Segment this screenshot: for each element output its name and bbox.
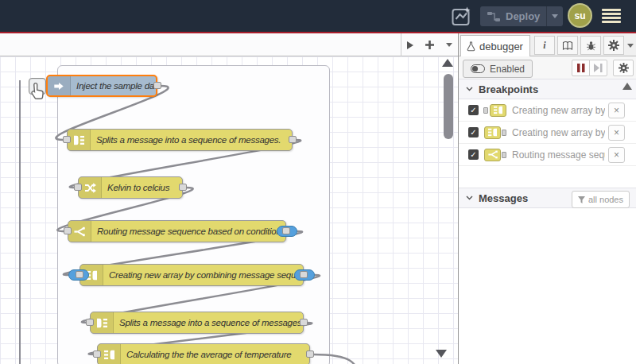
tab-help[interactable] [557,36,578,55]
switch-icon [68,221,91,242]
toggle-icon [471,64,485,73]
main-menu-icon[interactable] [601,9,622,23]
split-icon [68,130,91,150]
chevron-down-icon [466,196,473,200]
flow-node-join[interactable]: Creating new array by combining message … [80,264,304,286]
node-port-output[interactable] [179,184,187,191]
split-icon [91,312,114,333]
message-filter-button[interactable]: all nodes [572,191,630,208]
list-scroll-up-arrow[interactable] [622,83,632,90]
expand-tabs-icon[interactable] [407,41,413,49]
flow-node-inject[interactable]: Inject the sample data [46,75,157,97]
add-flow-button[interactable] [425,40,435,50]
flow-node-split[interactable]: Splits a message into a sequence of mess… [90,312,304,334]
workspace-toolbar [0,33,458,56]
breakpoint-row[interactable]: ✓Creating new array by combining message… [459,99,636,122]
switch-node-mini-icon [483,149,507,161]
deploy-nodes-icon [487,12,500,21]
node-label: Inject the sample data [71,76,156,95]
flow-node-switch[interactable]: Routing message sequence based on condit… [68,220,286,242]
node-port-input[interactable] [74,184,82,191]
deploy-label: Deploy [506,10,540,22]
breakpoint-label: Creating new array by combining message … [512,105,605,116]
flow-node-split[interactable]: Splits a message into a sequence of mess… [67,129,293,151]
debugger-enabled-toggle[interactable]: Enabled [463,60,533,78]
chevron-down-icon [466,87,473,91]
step-button[interactable] [589,60,607,76]
node-port-output[interactable] [282,227,290,234]
breakpoint-row[interactable]: ✓Routing message sequence based on condi… [459,144,636,166]
deploy-options-caret[interactable] [546,6,563,26]
tab-config-nodes[interactable] [603,36,624,55]
join-node-mini-icon [483,126,507,139]
node-label: Splits a message into a sequence of mess… [91,130,292,150]
avatar-initials: su [574,10,585,21]
book-icon [562,41,573,51]
deploy-button[interactable]: Deploy [480,6,563,26]
node-port-output[interactable] [153,82,161,89]
breakpoint-label: Creating new array by combining message … [512,127,605,138]
enabled-label: Enabled [490,64,525,75]
flow-node-join[interactable]: Calculating the the average of temperatu… [97,343,310,364]
node-label: Calculating the the average of temperatu… [121,344,309,364]
canvas-scroll-down-arrow[interactable] [436,350,447,358]
workspace-edge-line [19,80,21,364]
remove-breakpoint-button[interactable]: × [608,147,625,163]
flow-canvas[interactable]: Inject the sample dataSplits a message i… [0,56,458,364]
flow-list-caret[interactable] [446,43,452,47]
remove-breakpoint-button[interactable]: × [608,125,625,141]
tab-debug-messages[interactable] [580,36,601,55]
flow-node-change[interactable]: Kelvin to celcius [78,176,183,199]
canvas-scrollbar-thumb[interactable] [444,74,453,139]
breakpoint-checkbox[interactable]: ✓ [468,149,479,160]
info-icon: i [543,40,545,52]
tab-debugger[interactable]: debugger [460,35,530,56]
breakpoint-label: Routing message sequence based on condit… [512,149,605,161]
funnel-icon [578,196,585,203]
join-node-mini-icon [483,104,507,117]
header-bar: Deploy su [0,0,636,32]
canvas-scroll-up-arrow[interactable] [442,59,453,67]
tab-info[interactable]: i [534,36,555,55]
bug-icon [586,41,596,51]
breakpoint-checkbox[interactable]: ✓ [468,105,479,115]
messages-section-header[interactable]: Messages all nodes [459,188,636,208]
breakpoint-row[interactable]: ✓Creating new array by combining message… [459,122,636,144]
pause-button[interactable] [572,60,590,76]
tab-debugger-label: debugger [479,41,523,52]
breakpoint-checkbox[interactable]: ✓ [468,127,479,137]
debugger-toolbar: Enabled [459,56,636,79]
node-label: Kelvin to celcius [102,177,182,198]
debugger-settings-button[interactable] [613,60,634,76]
join-icon [98,344,121,364]
filter-label: all nodes [588,195,623,204]
sidebar: debugger i Enabled [458,33,636,364]
node-label: Creating new array by combining message … [103,265,303,285]
gear-icon [608,40,619,51]
node-label: Splits a message into a sequence of mess… [114,312,303,333]
node-port-input[interactable] [63,136,71,143]
breakpoints-section-header[interactable]: Breakpoints [459,79,636,99]
node-port-output[interactable] [300,271,308,278]
node-label: Routing message sequence based on condit… [91,221,285,242]
flask-icon [467,41,475,52]
flow-export-icon[interactable] [450,6,472,27]
sidebar-tabs-caret[interactable] [627,44,634,48]
node-port-output[interactable] [306,350,314,358]
step-icon [594,64,603,72]
node-port-output[interactable] [300,319,308,326]
remove-breakpoint-button[interactable]: × [608,103,625,118]
user-avatar[interactable]: su [568,3,592,28]
node-port-input[interactable] [86,319,94,326]
node-port-input[interactable] [64,227,72,234]
messages-title: Messages [479,192,528,204]
gear-icon [619,63,629,73]
inject-icon [48,76,71,95]
mouse-cursor [29,82,47,101]
breakpoints-title: Breakpoints [479,83,538,95]
node-red-window: Deploy su Inject the sample dataSplits a… [0,0,636,364]
node-port-input[interactable] [93,350,101,358]
node-port-output[interactable] [289,136,297,143]
sidebar-tabstrip: debugger i [459,33,636,56]
node-port-input[interactable] [76,271,83,278]
